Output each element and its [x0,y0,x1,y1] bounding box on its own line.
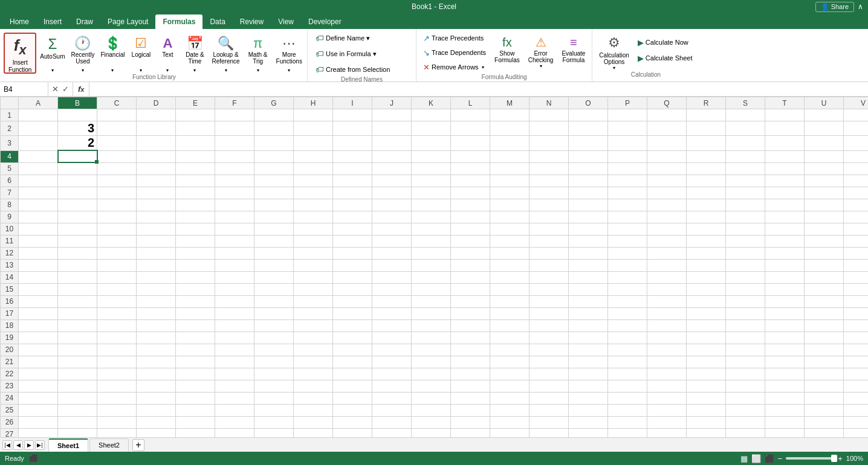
cell-h5[interactable] [294,162,333,175]
cell-d7[interactable] [137,187,176,199]
cell-k24[interactable] [412,392,451,404]
cell-r9[interactable] [687,211,726,223]
cell-r16[interactable] [687,295,726,307]
cell-n14[interactable] [530,271,569,283]
cell-q11[interactable] [647,235,687,247]
cell-d25[interactable] [137,404,176,416]
cell-r1[interactable] [687,109,726,121]
cell-o7[interactable] [569,187,608,199]
tab-sheet2[interactable]: Sheet2 [89,438,129,452]
col-header-E[interactable]: E [176,97,215,109]
row-num-18[interactable]: 18 [1,319,19,332]
cell-b9[interactable] [58,211,97,223]
cell-d13[interactable] [137,259,176,271]
col-header-N[interactable]: N [530,97,569,109]
col-header-K[interactable]: K [412,97,451,109]
cell-i17[interactable] [333,307,372,319]
cell-r13[interactable] [687,259,726,271]
cell-h10[interactable] [294,223,333,235]
cell-v8[interactable] [844,199,869,211]
cell-e3[interactable] [176,136,215,151]
cell-d22[interactable] [137,368,176,380]
cell-d9[interactable] [137,211,176,223]
cell-k10[interactable] [412,223,451,235]
page-layout-view-button[interactable]: ⬜ [751,454,761,463]
cell-l26[interactable] [451,416,490,428]
cell-u5[interactable] [805,162,844,175]
cell-c26[interactable] [97,416,137,428]
normal-view-button[interactable]: ▦ [740,454,748,463]
zoom-slider-container[interactable] [786,457,834,460]
cell-q6[interactable] [647,175,687,187]
cell-f19[interactable] [215,332,254,344]
cell-n21[interactable] [530,356,569,368]
cell-n13[interactable] [530,259,569,271]
cell-i19[interactable] [333,332,372,344]
cell-t18[interactable] [765,319,805,332]
cell-l27[interactable] [451,428,490,437]
cell-m8[interactable] [490,199,530,211]
cell-h22[interactable] [294,368,333,380]
cell-p1[interactable] [608,109,647,121]
date-time-button[interactable]: 📅 Date &Time ▾ [181,33,208,74]
cell-q24[interactable] [647,392,687,404]
cell-q17[interactable] [647,307,687,319]
cell-a13[interactable] [19,259,58,271]
cell-j11[interactable] [372,235,412,247]
cell-v6[interactable] [844,175,869,187]
cell-m17[interactable] [490,307,530,319]
cell-l25[interactable] [451,404,490,416]
cell-e4[interactable] [176,150,215,162]
cell-m24[interactable] [490,392,530,404]
cell-a23[interactable] [19,380,58,392]
row-num-27[interactable]: 27 [1,428,19,437]
cell-s2[interactable] [726,121,765,136]
cell-p6[interactable] [608,175,647,187]
cell-g9[interactable] [254,211,294,223]
cell-p2[interactable] [608,121,647,136]
confirm-formula-button[interactable]: ✓ [61,85,70,94]
cell-a19[interactable] [19,332,58,344]
cell-e7[interactable] [176,187,215,199]
lookup-reference-button[interactable]: 🔍 Lookup &Reference ▾ [209,33,242,74]
cell-o5[interactable] [569,162,608,175]
cell-g14[interactable] [254,271,294,283]
cell-m27[interactable] [490,428,530,437]
math-trig-button[interactable]: π Math &Trig ▾ [244,33,273,74]
cell-q7[interactable] [647,187,687,199]
cell-d24[interactable] [137,392,176,404]
cell-m19[interactable] [490,332,530,344]
cell-o23[interactable] [569,380,608,392]
cell-k1[interactable] [412,109,451,121]
cell-i3[interactable] [333,136,372,151]
cell-n16[interactable] [530,295,569,307]
cell-m3[interactable] [490,136,530,151]
cell-q4[interactable] [647,150,687,162]
cell-d2[interactable] [137,121,176,136]
cell-f25[interactable] [215,404,254,416]
cell-o8[interactable] [569,199,608,211]
cell-g10[interactable] [254,223,294,235]
cell-r11[interactable] [687,235,726,247]
cell-c23[interactable] [97,380,137,392]
row-num-20[interactable]: 20 [1,344,19,356]
cell-f11[interactable] [215,235,254,247]
cell-i21[interactable] [333,356,372,368]
cell-v25[interactable] [844,404,869,416]
cell-b1[interactable] [58,109,97,121]
cell-c15[interactable] [97,283,137,295]
cell-a22[interactable] [19,368,58,380]
cell-o21[interactable] [569,356,608,368]
cell-i14[interactable] [333,271,372,283]
cell-g15[interactable] [254,283,294,295]
cell-r22[interactable] [687,368,726,380]
cell-n12[interactable] [530,247,569,259]
cell-r18[interactable] [687,319,726,332]
cancel-formula-button[interactable]: ✕ [51,85,60,94]
cell-j4[interactable] [372,150,412,162]
cell-h19[interactable] [294,332,333,344]
cell-n6[interactable] [530,175,569,187]
cell-f13[interactable] [215,259,254,271]
cell-s27[interactable] [726,428,765,437]
cell-o3[interactable] [569,136,608,151]
